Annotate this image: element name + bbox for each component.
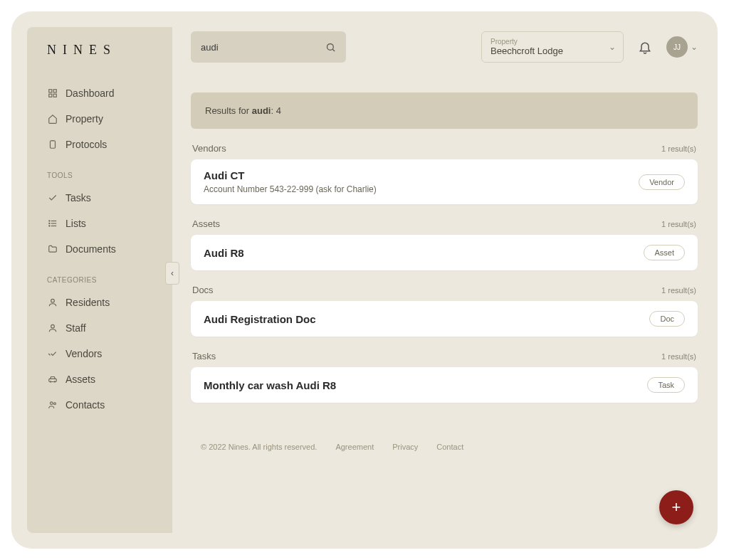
sidebar-item-documents[interactable]: Documents — [27, 236, 172, 262]
sidebar-item-label: Lists — [65, 218, 86, 229]
sidebar-item-dashboard[interactable]: Dashboard — [27, 80, 172, 106]
sidebar-item-label: Tasks — [65, 192, 91, 204]
result-title: Audi Registration Doc — [204, 313, 316, 325]
sidebar-item-residents[interactable]: Residents — [27, 290, 172, 315]
sidebar-item-label: Residents — [65, 297, 110, 308]
svg-point-17 — [53, 403, 56, 405]
results-count: 4 — [276, 105, 281, 116]
sidebar-item-label: Protocols — [65, 139, 107, 150]
svg-point-11 — [51, 299, 55, 302]
topbar: Property Beechcroft Lodge ⌄ JJ ⌄ — [191, 27, 698, 67]
footer-link-contact[interactable]: Contact — [436, 443, 463, 451]
sidebar-item-staff[interactable]: Staff — [27, 315, 172, 341]
group-count: 1 result(s) — [661, 220, 696, 228]
sidebar-item-label: Property — [65, 113, 103, 125]
result-group-vendors: Vendors 1 result(s) Audi CT Account Numb… — [191, 140, 698, 204]
svg-rect-4 — [51, 141, 56, 149]
svg-rect-1 — [53, 90, 56, 93]
result-group-assets: Assets 1 result(s) Audi R8 Asset — [191, 216, 698, 270]
group-heading: Tasks — [192, 351, 216, 361]
sidebar-item-assets[interactable]: Assets — [27, 366, 172, 392]
dashboard-icon — [47, 88, 58, 99]
add-button[interactable]: + — [659, 490, 693, 524]
result-group-tasks: Tasks 1 result(s) Monthly car wash Audi … — [191, 348, 698, 403]
group-heading: Docs — [192, 285, 214, 295]
svg-rect-0 — [49, 90, 52, 93]
plus-icon: + — [672, 498, 681, 517]
footer-copyright: © 2022 Nines. All rights reserved. — [201, 443, 317, 451]
group-count: 1 result(s) — [661, 286, 696, 295]
svg-line-19 — [332, 49, 335, 51]
nav-tools: TOOLS Tasks Lists Do — [27, 164, 172, 262]
sidebar-item-property[interactable]: Property — [27, 106, 172, 132]
footer: © 2022 Nines. All rights reserved. Agree… — [191, 443, 698, 451]
property-dropdown-label: Property — [491, 38, 614, 46]
search-input[interactable] — [201, 42, 325, 53]
result-badge: Vendor — [639, 174, 685, 190]
svg-point-8 — [49, 221, 50, 221]
sidebar-item-contacts[interactable]: Contacts — [27, 392, 172, 418]
result-card[interactable]: Monthly car wash Audi R8 Task — [191, 367, 698, 403]
handshake-icon — [47, 348, 58, 359]
sidebar-item-lists[interactable]: Lists — [27, 211, 172, 236]
svg-point-16 — [51, 402, 53, 405]
group-count: 1 result(s) — [661, 352, 696, 361]
svg-rect-2 — [49, 94, 52, 97]
search-icon — [325, 42, 336, 53]
car-icon — [47, 374, 58, 385]
svg-point-12 — [51, 324, 55, 328]
svg-point-9 — [49, 223, 50, 223]
sidebar-item-tasks[interactable]: Tasks — [27, 185, 172, 211]
property-dropdown-value: Beechcroft Lodge — [491, 46, 614, 56]
sidebar-collapse-button[interactable]: ‹ — [165, 262, 179, 285]
notifications-button[interactable] — [635, 37, 655, 57]
nav-categories: CATEGORIES Residents Staff — [27, 269, 172, 418]
sidebar-item-label: Assets — [65, 374, 95, 385]
nav-heading-categories: CATEGORIES — [27, 269, 172, 290]
bell-icon — [638, 40, 652, 54]
results-summary: Results for audi: 4 — [191, 93, 698, 129]
sidebar: NINES Dashboard Property — [27, 27, 172, 533]
result-subtitle: Account Number 543-22-999 (ask for Charl… — [204, 184, 377, 194]
nav-heading-tools: TOOLS — [27, 164, 172, 185]
main: Property Beechcroft Lodge ⌄ JJ ⌄ Results… — [172, 27, 702, 533]
home-icon — [47, 113, 58, 125]
chevron-down-icon: ⌄ — [691, 42, 698, 52]
results-prefix: Results for — [205, 105, 252, 116]
result-title: Audi CT — [204, 169, 377, 181]
sidebar-item-label: Documents — [65, 243, 116, 255]
result-card[interactable]: Audi R8 Asset — [191, 235, 698, 270]
avatar: JJ — [666, 36, 688, 58]
brand-logo: NINES — [27, 43, 172, 58]
svg-point-10 — [49, 226, 50, 226]
person-icon — [47, 297, 58, 308]
search-box[interactable] — [191, 31, 346, 63]
sidebar-item-label: Dashboard — [65, 88, 115, 99]
result-title: Audi R8 — [204, 247, 244, 259]
svg-point-15 — [54, 381, 55, 382]
user-menu[interactable]: JJ ⌄ — [666, 36, 698, 58]
group-heading: Assets — [192, 218, 220, 229]
footer-link-privacy[interactable]: Privacy — [392, 443, 418, 451]
check-icon — [47, 192, 58, 204]
group-heading: Vendors — [192, 143, 226, 154]
sidebar-item-vendors[interactable]: Vendors — [27, 341, 172, 366]
result-card[interactable]: Audi CT Account Number 543-22-999 (ask f… — [191, 159, 698, 204]
result-badge: Task — [647, 377, 685, 393]
group-count: 1 result(s) — [661, 144, 696, 153]
result-badge: Doc — [649, 311, 685, 327]
result-title: Monthly car wash Audi R8 — [204, 379, 336, 391]
footer-link-agreement[interactable]: Agreement — [335, 443, 374, 451]
sidebar-item-label: Vendors — [65, 348, 102, 359]
result-card[interactable]: Audi Registration Doc Doc — [191, 301, 698, 337]
folder-icon — [47, 243, 58, 255]
sidebar-item-protocols[interactable]: Protocols — [27, 132, 172, 157]
person-icon — [47, 322, 58, 334]
chevron-left-icon: ‹ — [171, 268, 174, 278]
list-icon — [47, 218, 58, 229]
people-icon — [47, 399, 58, 411]
sidebar-item-label: Staff — [65, 322, 86, 334]
property-dropdown[interactable]: Property Beechcroft Lodge ⌄ — [481, 31, 624, 63]
nav-primary: Dashboard Property Protocols — [27, 80, 172, 157]
svg-rect-3 — [53, 94, 56, 97]
